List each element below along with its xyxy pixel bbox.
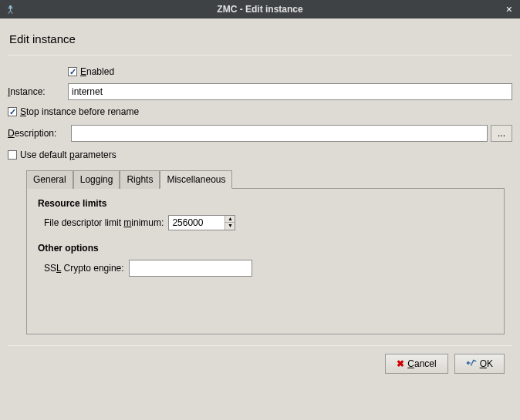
checkbox-box-icon [8,107,17,116]
divider [8,55,512,55]
stop-before-rename-checkbox[interactable]: Stop instance before rename [8,106,139,117]
tab-list: General Logging Rights Miscellaneous [26,170,505,189]
ssl-engine-input[interactable] [129,260,252,277]
ok-icon [466,358,477,370]
titlebar: ZMC - Edit instance × [0,0,520,18]
other-options-title: Other options [38,243,493,254]
tab-rights[interactable]: Rights [120,170,160,189]
divider [8,345,512,346]
spinner-down-icon[interactable]: ▼ [225,223,235,230]
svg-point-0 [8,5,11,7]
app-icon [5,4,15,15]
page-title: Edit instance [9,32,512,45]
tab-general[interactable]: General [26,170,73,189]
resource-limits-title: Resource limits [38,198,493,209]
description-browse-button[interactable]: ... [491,125,512,142]
use-default-parameters-checkbox[interactable]: Use default parameters [8,150,116,160]
enabled-label: Enabled [80,66,114,77]
fd-limit-label: File descriptor limit minimum: [44,217,164,228]
checkbox-box-icon [68,67,77,76]
tab-logging[interactable]: Logging [73,170,120,189]
instance-input[interactable] [68,83,512,100]
cancel-label: Cancel [407,358,436,369]
checkbox-box-icon [8,150,17,160]
instance-label: Instance: [8,86,68,97]
stop-before-rename-label: Stop instance before rename [20,106,139,117]
ssl-engine-label: SSL Crypto engine: [44,263,124,274]
tab-miscellaneous[interactable]: Miscellaneous [160,170,232,189]
cancel-button[interactable]: ✖ Cancel [385,354,447,374]
window-title: ZMC - Edit instance [0,4,520,15]
ok-label: OK [480,358,493,369]
fd-limit-spinner[interactable]: ▲ ▼ [168,215,235,230]
tab-panel-miscellaneous: Resource limits File descriptor limit mi… [26,188,505,334]
enabled-checkbox[interactable]: Enabled [68,66,114,77]
fd-limit-input[interactable] [169,216,225,230]
cancel-icon: ✖ [397,358,404,369]
description-label: Description: [8,128,68,139]
description-input[interactable] [71,125,488,142]
close-button[interactable]: × [503,2,515,16]
ok-button[interactable]: OK [454,354,505,374]
footer-buttons: ✖ Cancel OK [8,354,512,374]
use-default-parameters-label: Use default parameters [20,150,116,160]
spinner-up-icon[interactable]: ▲ [225,216,235,223]
